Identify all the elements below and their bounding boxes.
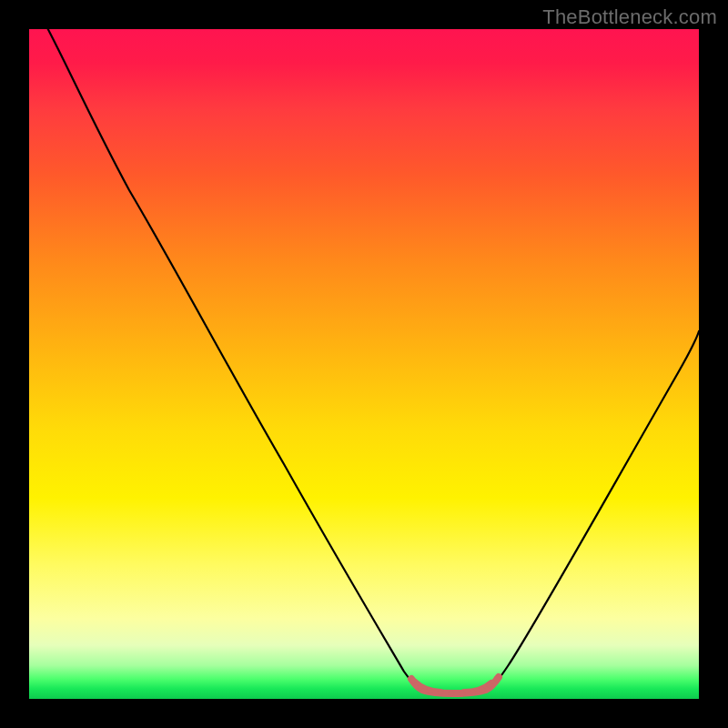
watermark-text: TheBottleneck.com: [542, 5, 717, 29]
svg-point-6: [470, 690, 476, 695]
svg-point-7: [480, 687, 485, 693]
svg-point-8: [487, 682, 492, 688]
svg-point-9: [494, 676, 500, 682]
bottleneck-curve: [29, 29, 699, 692]
plot-area: [29, 29, 699, 699]
optimal-zone-highlight: [411, 677, 499, 693]
chart-frame: TheBottleneck.com: [0, 0, 728, 728]
svg-point-2: [427, 688, 432, 693]
svg-point-0: [410, 678, 416, 683]
svg-point-5: [460, 691, 465, 696]
svg-point-3: [438, 690, 443, 695]
curve-layer: [29, 29, 699, 699]
svg-point-4: [449, 691, 454, 696]
svg-point-1: [418, 684, 423, 690]
